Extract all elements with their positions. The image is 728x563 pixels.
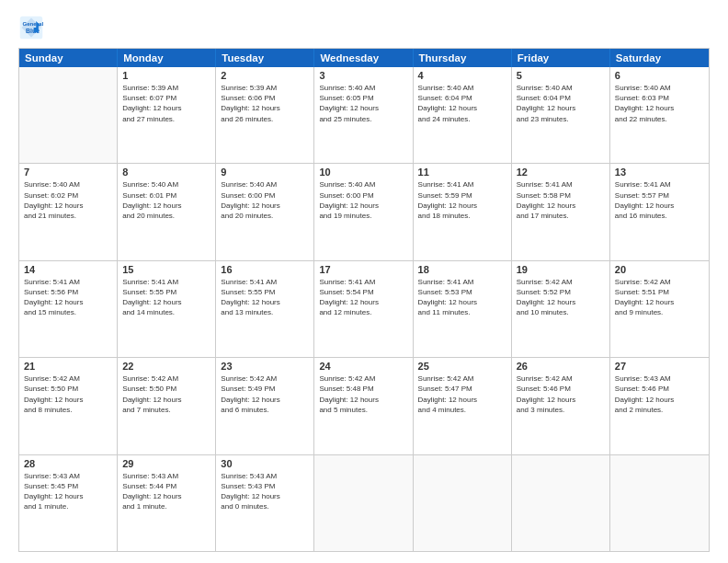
day-number: 29	[122, 458, 210, 469]
day-number: 27	[615, 361, 704, 372]
calendar-body: 1Sunrise: 5:39 AM Sunset: 6:07 PM Daylig…	[19, 67, 709, 551]
cell-info: Sunrise: 5:41 AM Sunset: 5:59 PM Dayligh…	[418, 179, 506, 221]
calendar-cell: 28Sunrise: 5:43 AM Sunset: 5:45 PM Dayli…	[19, 455, 118, 551]
calendar-cell: 27Sunrise: 5:43 AM Sunset: 5:46 PM Dayli…	[610, 358, 709, 454]
calendar-row: 28Sunrise: 5:43 AM Sunset: 5:45 PM Dayli…	[19, 455, 709, 551]
cell-info: Sunrise: 5:40 AM Sunset: 6:02 PM Dayligh…	[24, 179, 112, 221]
calendar-cell: 14Sunrise: 5:41 AM Sunset: 5:56 PM Dayli…	[19, 261, 118, 357]
calendar-cell: 24Sunrise: 5:42 AM Sunset: 5:48 PM Dayli…	[314, 358, 413, 454]
day-number: 23	[221, 361, 309, 372]
calendar-header-cell: Thursday	[414, 49, 512, 67]
calendar-cell	[414, 455, 512, 551]
day-number: 2	[221, 70, 309, 81]
calendar-cell: 2Sunrise: 5:39 AM Sunset: 6:06 PM Daylig…	[216, 67, 314, 163]
calendar-cell: 21Sunrise: 5:42 AM Sunset: 5:50 PM Dayli…	[19, 358, 118, 454]
day-number: 3	[319, 70, 407, 81]
day-number: 1	[122, 70, 210, 81]
day-number: 22	[122, 361, 210, 372]
calendar-row: 21Sunrise: 5:42 AM Sunset: 5:50 PM Dayli…	[19, 358, 709, 454]
cell-info: Sunrise: 5:39 AM Sunset: 6:06 PM Dayligh…	[221, 83, 309, 124]
calendar-cell: 13Sunrise: 5:41 AM Sunset: 5:57 PM Dayli…	[610, 164, 709, 259]
calendar-cell: 6Sunrise: 5:40 AM Sunset: 6:03 PM Daylig…	[610, 67, 709, 163]
cell-info: Sunrise: 5:41 AM Sunset: 5:57 PM Dayligh…	[615, 179, 704, 221]
day-number: 25	[418, 361, 506, 372]
calendar-cell	[512, 455, 610, 551]
cell-info: Sunrise: 5:41 AM Sunset: 5:54 PM Dayligh…	[319, 277, 407, 318]
calendar-cell: 30Sunrise: 5:43 AM Sunset: 5:43 PM Dayli…	[216, 455, 314, 551]
calendar: SundayMondayTuesdayWednesdayThursdayFrid…	[18, 48, 710, 552]
calendar-cell	[314, 455, 413, 551]
cell-info: Sunrise: 5:42 AM Sunset: 5:50 PM Dayligh…	[122, 373, 210, 415]
calendar-cell: 4Sunrise: 5:40 AM Sunset: 6:04 PM Daylig…	[414, 67, 512, 163]
day-number: 9	[221, 167, 309, 178]
day-number: 7	[24, 167, 112, 178]
calendar-cell: 10Sunrise: 5:40 AM Sunset: 6:00 PM Dayli…	[314, 164, 413, 259]
day-number: 30	[221, 458, 309, 469]
cell-info: Sunrise: 5:43 AM Sunset: 5:43 PM Dayligh…	[221, 471, 309, 512]
cell-info: Sunrise: 5:40 AM Sunset: 6:04 PM Dayligh…	[418, 83, 506, 124]
header: General Blue	[18, 15, 710, 40]
cell-info: Sunrise: 5:41 AM Sunset: 5:53 PM Dayligh…	[418, 277, 506, 318]
calendar-cell: 22Sunrise: 5:42 AM Sunset: 5:50 PM Dayli…	[118, 358, 216, 454]
cell-info: Sunrise: 5:42 AM Sunset: 5:49 PM Dayligh…	[221, 373, 309, 415]
day-number: 24	[319, 361, 407, 372]
day-number: 26	[517, 361, 605, 372]
cell-info: Sunrise: 5:41 AM Sunset: 5:55 PM Dayligh…	[221, 277, 309, 318]
calendar-cell: 19Sunrise: 5:42 AM Sunset: 5:52 PM Dayli…	[512, 261, 610, 357]
cell-info: Sunrise: 5:42 AM Sunset: 5:48 PM Dayligh…	[319, 373, 407, 415]
day-number: 17	[319, 264, 407, 275]
day-number: 16	[221, 264, 309, 275]
calendar-cell: 11Sunrise: 5:41 AM Sunset: 5:59 PM Dayli…	[414, 164, 512, 259]
calendar-cell: 25Sunrise: 5:42 AM Sunset: 5:47 PM Dayli…	[414, 358, 512, 454]
calendar-row: 14Sunrise: 5:41 AM Sunset: 5:56 PM Dayli…	[19, 261, 709, 358]
day-number: 13	[615, 167, 704, 178]
calendar-cell: 16Sunrise: 5:41 AM Sunset: 5:55 PM Dayli…	[216, 261, 314, 357]
day-number: 4	[418, 70, 506, 81]
cell-info: Sunrise: 5:42 AM Sunset: 5:47 PM Dayligh…	[418, 373, 506, 415]
page: General Blue SundayMondayTuesdayWednesda…	[0, 0, 728, 563]
cell-info: Sunrise: 5:40 AM Sunset: 6:00 PM Dayligh…	[221, 179, 309, 221]
cell-info: Sunrise: 5:43 AM Sunset: 5:45 PM Dayligh…	[24, 471, 112, 512]
day-number: 14	[24, 264, 112, 275]
day-number: 18	[418, 264, 506, 275]
logo: General Blue	[18, 15, 48, 40]
calendar-cell: 12Sunrise: 5:41 AM Sunset: 5:58 PM Dayli…	[512, 164, 610, 259]
calendar-cell	[610, 455, 709, 551]
cell-info: Sunrise: 5:40 AM Sunset: 6:04 PM Dayligh…	[517, 83, 605, 124]
cell-info: Sunrise: 5:43 AM Sunset: 5:44 PM Dayligh…	[122, 471, 210, 512]
calendar-cell: 8Sunrise: 5:40 AM Sunset: 6:01 PM Daylig…	[118, 164, 216, 259]
calendar-header-row: SundayMondayTuesdayWednesdayThursdayFrid…	[19, 49, 709, 67]
cell-info: Sunrise: 5:41 AM Sunset: 5:58 PM Dayligh…	[517, 179, 605, 221]
cell-info: Sunrise: 5:40 AM Sunset: 6:05 PM Dayligh…	[319, 83, 407, 124]
calendar-header-cell: Wednesday	[314, 49, 413, 67]
calendar-cell: 20Sunrise: 5:42 AM Sunset: 5:51 PM Dayli…	[610, 261, 709, 357]
calendar-header-cell: Friday	[512, 49, 610, 67]
calendar-cell: 3Sunrise: 5:40 AM Sunset: 6:05 PM Daylig…	[314, 67, 413, 163]
cell-info: Sunrise: 5:42 AM Sunset: 5:51 PM Dayligh…	[615, 277, 704, 318]
calendar-cell: 18Sunrise: 5:41 AM Sunset: 5:53 PM Dayli…	[414, 261, 512, 357]
day-number: 28	[24, 458, 112, 469]
cell-info: Sunrise: 5:41 AM Sunset: 5:55 PM Dayligh…	[122, 277, 210, 318]
cell-info: Sunrise: 5:40 AM Sunset: 6:00 PM Dayligh…	[319, 179, 407, 221]
cell-info: Sunrise: 5:40 AM Sunset: 6:01 PM Dayligh…	[122, 179, 210, 221]
day-number: 10	[319, 167, 407, 178]
day-number: 19	[517, 264, 605, 275]
calendar-row: 7Sunrise: 5:40 AM Sunset: 6:02 PM Daylig…	[19, 164, 709, 260]
calendar-header-cell: Saturday	[610, 49, 709, 67]
calendar-row: 1Sunrise: 5:39 AM Sunset: 6:07 PM Daylig…	[19, 67, 709, 164]
calendar-cell: 23Sunrise: 5:42 AM Sunset: 5:49 PM Dayli…	[216, 358, 314, 454]
calendar-cell: 5Sunrise: 5:40 AM Sunset: 6:04 PM Daylig…	[512, 67, 610, 163]
calendar-header-cell: Monday	[118, 49, 216, 67]
day-number: 21	[24, 361, 112, 372]
calendar-cell: 17Sunrise: 5:41 AM Sunset: 5:54 PM Dayli…	[314, 261, 413, 357]
cell-info: Sunrise: 5:40 AM Sunset: 6:03 PM Dayligh…	[615, 83, 704, 124]
cell-info: Sunrise: 5:43 AM Sunset: 5:46 PM Dayligh…	[615, 373, 704, 415]
day-number: 15	[122, 264, 210, 275]
cell-info: Sunrise: 5:39 AM Sunset: 6:07 PM Dayligh…	[122, 83, 210, 124]
calendar-cell: 15Sunrise: 5:41 AM Sunset: 5:55 PM Dayli…	[118, 261, 216, 357]
day-number: 11	[418, 167, 506, 178]
day-number: 6	[615, 70, 704, 81]
logo-icon: General Blue	[18, 15, 44, 40]
calendar-cell: 26Sunrise: 5:42 AM Sunset: 5:46 PM Dayli…	[512, 358, 610, 454]
cell-info: Sunrise: 5:41 AM Sunset: 5:56 PM Dayligh…	[24, 277, 112, 318]
